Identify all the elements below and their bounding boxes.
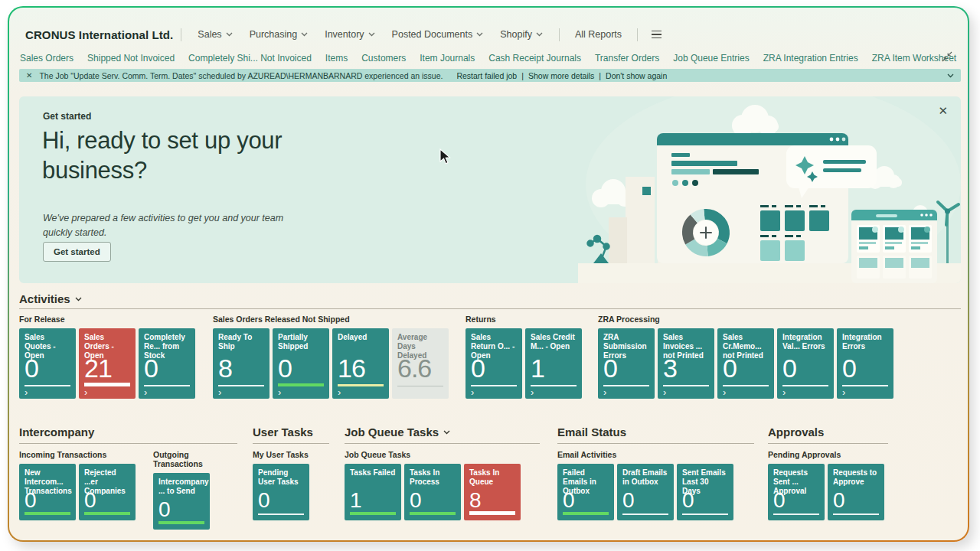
navlink-completely-shipped[interactable]: Completely Shi... Not Invoiced xyxy=(188,53,312,64)
navlink-zra-integration-entries[interactable]: ZRA Integration Entries xyxy=(763,53,858,64)
tile-sales-orders-open[interactable]: Sales Orders - Open 21 › xyxy=(79,328,136,399)
tile-value: 0 xyxy=(833,490,844,511)
tile-integration-errors[interactable]: Integration Errors 0 › xyxy=(837,328,893,399)
chevron-down-icon xyxy=(536,32,543,37)
tile-partially-shipped[interactable]: Partially Shipped 0 › xyxy=(273,328,329,399)
notification-expand-icon[interactable] xyxy=(947,73,954,78)
get-started-banner: ✕ Get started Hi, ready to set up your b… xyxy=(19,96,961,283)
menu-purchasing[interactable]: Purchasing xyxy=(241,29,317,40)
banner-close-icon[interactable]: ✕ xyxy=(938,104,948,118)
restart-failed-job-link[interactable]: Restart failed job xyxy=(456,71,517,80)
dont-show-again-link[interactable]: Don't show again xyxy=(606,71,667,80)
tile-requests-to-approve[interactable]: Requests to Approve 0 xyxy=(828,464,884,520)
tile-underline xyxy=(350,512,396,515)
tile-new-intercompany-transactions[interactable]: New Intercom... Transactions 0 xyxy=(19,464,76,520)
company-name[interactable]: CRONUS International Ltd. xyxy=(25,28,173,41)
tile-sales-quotes-open[interactable]: Sales Quotes - Open 0 › xyxy=(19,328,76,399)
tile-failed-emails-in-outbox[interactable]: Failed Emails in Outbox 0 xyxy=(557,464,614,520)
tile-average-days-delayed: Average Days Delayed 6.6 xyxy=(392,328,449,399)
tile-value: 0 xyxy=(563,490,574,511)
section-divider xyxy=(253,443,329,444)
tile-tasks-in-process[interactable]: Tasks In Process 0 xyxy=(404,464,461,520)
navlink-customers[interactable]: Customers xyxy=(361,53,406,64)
get-started-button[interactable]: Get started xyxy=(43,242,111,262)
tile-label: Requests to Approve xyxy=(833,468,879,487)
section-title: Intercompany xyxy=(19,425,237,439)
menu-sales[interactable]: Sales xyxy=(189,29,240,40)
menu-inventory[interactable]: Inventory xyxy=(316,29,383,40)
chevron-down-icon xyxy=(226,32,233,37)
tile-integration-validation-errors[interactable]: Integration Val... Errors 0 › xyxy=(777,328,834,399)
tile-tasks-in-queue[interactable]: Tasks In Queue 8 xyxy=(464,464,521,520)
subgroup-job-queue-tasks: Job Queue Tasks Tasks Failed 1 Tasks In … xyxy=(345,450,521,520)
tile-underline xyxy=(469,511,515,515)
tile-sales-return-orders-open[interactable]: Sales Return O... - Open 0 › xyxy=(466,328,522,399)
chevron-right-icon: › xyxy=(144,386,147,398)
subgroup-label: Email Activities xyxy=(557,450,733,459)
tile-value: 0 xyxy=(24,355,38,381)
tile-requests-sent-approval[interactable]: Requests Sent ... Approval 0 xyxy=(768,464,825,520)
top-nav: CRONUS International Ltd. Sales Purchasi… xyxy=(25,24,952,44)
tile-underline xyxy=(397,386,443,386)
navlink-shipped-not-invoiced[interactable]: Shipped Not Invoiced xyxy=(87,53,175,64)
group-label-returns: Returns xyxy=(466,315,496,324)
menu-shopify[interactable]: Shopify xyxy=(492,29,551,40)
tile-value: 1 xyxy=(350,490,361,511)
tile-tasks-failed[interactable]: Tasks Failed 1 xyxy=(345,464,401,520)
banner-title: Hi, ready to set up your business? xyxy=(42,126,295,185)
chevron-right-icon: › xyxy=(531,386,534,398)
subgroup-label: Outgoing Transactions xyxy=(153,450,237,468)
subgroup-label: Pending Approvals xyxy=(768,450,884,459)
navlink-transfer-orders[interactable]: Transfer Orders xyxy=(595,53,659,64)
tile-underline xyxy=(603,385,649,386)
collapse-nav-icon[interactable] xyxy=(942,51,952,62)
tile-draft-emails-in-outbox[interactable]: Draft Emails in Outbox 0 xyxy=(617,464,674,520)
tile-rejected-companies[interactable]: Rejected ...er Companies 0 xyxy=(79,464,136,520)
menu-label: Purchasing xyxy=(250,29,298,40)
tile-ready-to-ship[interactable]: Ready To Ship 8 › xyxy=(213,328,270,399)
subgroup-outgoing-transactions: Outgoing Transactions Intercompany ... t… xyxy=(153,450,237,530)
tile-completely-released[interactable]: Completely Re... from Stock 0 › xyxy=(139,328,195,399)
tile-label: Pending User Tasks xyxy=(258,468,304,487)
tile-sales-credit-memos-open[interactable]: Sales Credit M... - Open 1 › xyxy=(525,328,582,399)
tile-sent-emails-last-30-days[interactable]: Sent Emails Last 30 Days 0 xyxy=(677,464,733,520)
tile-underline xyxy=(258,514,304,515)
tile-value: 6.6 xyxy=(397,355,431,381)
navlink-item-journals[interactable]: Item Journals xyxy=(420,53,475,64)
tile-intercompany-to-send[interactable]: Intercompany ... to Send 0 xyxy=(153,473,210,530)
banner-eyebrow: Get started xyxy=(43,111,91,122)
section-divider xyxy=(19,443,237,444)
notification-close-icon[interactable]: ✕ xyxy=(26,71,32,80)
tile-value: 1 xyxy=(531,355,544,381)
divider xyxy=(559,28,560,41)
navlink-items[interactable]: Items xyxy=(325,53,348,64)
tile-value: 0 xyxy=(782,355,796,381)
tile-sales-crmemo-not-printed[interactable]: Sales Cr.Memo... not Printed 0 › xyxy=(717,328,774,399)
tile-sales-invoices-not-printed[interactable]: Sales Invoices ... not Printed 3 › xyxy=(658,328,714,399)
section-title[interactable]: Job Queue Tasks xyxy=(345,425,540,439)
subgroup-email-activities: Email Activities Failed Emails in Outbox… xyxy=(557,450,733,520)
tile-value: 8 xyxy=(469,490,481,511)
chevron-right-icon: › xyxy=(24,386,28,398)
tile-pending-user-tasks[interactable]: Pending User Tasks 0 xyxy=(253,464,309,520)
tile-value: 8 xyxy=(218,355,232,381)
navlink-sales-orders[interactable]: Sales Orders xyxy=(20,53,74,64)
show-more-details-link[interactable]: Show more details xyxy=(528,71,594,80)
navlink-cash-receipt-journals[interactable]: Cash Receipt Journals xyxy=(488,53,581,64)
hamburger-menu-icon[interactable] xyxy=(652,31,662,39)
navlink-job-queue-entries[interactable]: Job Queue Entries xyxy=(673,53,749,64)
tile-label: Integration Errors xyxy=(842,333,888,351)
all-reports-link[interactable]: All Reports xyxy=(567,29,629,40)
chevron-down-icon xyxy=(75,297,82,302)
tile-delayed[interactable]: Delayed 16 › xyxy=(332,328,389,399)
tile-value: 3 xyxy=(663,355,677,381)
activities-header[interactable]: Activities xyxy=(19,292,82,305)
section-divider xyxy=(345,443,540,444)
section-intercompany: Intercompany Incoming Transactions New I… xyxy=(19,425,237,527)
tile-value: 0 xyxy=(622,490,634,511)
tile-zra-submission-errors[interactable]: ZRA Submission Errors 0 › xyxy=(598,328,655,399)
group-label-zra-processing: ZRA Processing xyxy=(598,315,660,324)
tile-label: Draft Emails in Outbox xyxy=(622,468,668,487)
menu-label: Shopify xyxy=(500,29,532,40)
menu-posted-documents[interactable]: Posted Documents xyxy=(384,29,492,40)
